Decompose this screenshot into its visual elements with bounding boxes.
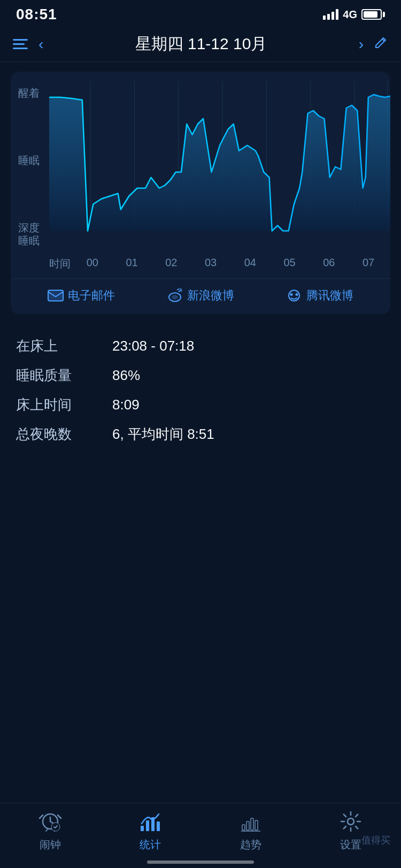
x-axis: 时间 00 01 02 03 04 05 06 07 [11,252,390,278]
settings-icon [338,809,364,834]
stat-label-quality: 睡眠质量 [16,366,112,385]
svg-rect-23 [255,820,258,830]
nav-alarm[interactable]: 闹钟 [24,809,77,852]
stats-label: 统计 [140,838,161,852]
y-label-sleep: 睡眠 [18,154,45,167]
x-label-01: 01 [126,257,138,271]
svg-rect-20 [242,825,245,830]
svg-rect-19 [157,821,160,831]
email-icon [48,289,64,302]
x-label-03: 03 [205,257,217,271]
home-indicator [147,861,254,864]
y-label-awake: 醒着 [18,87,45,99]
settings-label: 设置 [340,838,361,852]
sina-weibo-icon [167,289,183,302]
network-label: 4G [343,9,357,21]
signal-icon [323,9,338,20]
status-icons: 4G [323,9,385,21]
header: ‹ 星期四 11-12 10月 › [0,27,401,62]
email-label: 电子邮件 [68,288,115,304]
sina-share-button[interactable]: 新浪微博 [167,288,234,304]
x-label-00: 00 [87,257,98,271]
stat-row-nights: 总夜晚数 6, 平均时间 8:51 [16,425,385,444]
forward-button[interactable]: › [359,36,364,53]
svg-point-13 [296,293,298,296]
x-label-05: 05 [284,257,296,271]
email-share-button[interactable]: 电子邮件 [48,288,115,304]
svg-point-10 [172,295,178,299]
menu-button[interactable] [13,39,28,49]
svg-point-25 [348,818,354,825]
stat-value-quality: 86% [112,367,140,384]
alarm-label: 闹钟 [40,838,61,852]
nav-trends[interactable]: 趋势 [224,809,277,852]
stat-label-time: 床上时间 [16,396,112,414]
header-right: › [359,35,388,53]
svg-rect-17 [146,820,149,831]
header-left: ‹ [13,36,43,53]
nav-stats[interactable]: 统计 [124,809,177,852]
edit-button[interactable] [374,35,388,53]
stat-label-bed: 在床上 [16,337,112,355]
trends-icon [238,809,264,834]
bottom-navigation: 闹钟 统计 趋势 [0,803,401,868]
svg-rect-16 [141,826,144,831]
watermark: 值得买 [361,834,390,847]
svg-rect-21 [246,821,249,830]
page-title: 星期四 11-12 10月 [43,33,358,55]
share-row: 电子邮件 新浪微博 腾讯微博 [11,278,390,314]
stat-label-nights: 总夜晚数 [16,425,112,444]
stats-icon [137,809,163,834]
status-bar: 08:51 4G [0,0,401,27]
stat-row-bed: 在床上 23:08 - 07:18 [16,337,385,355]
svg-rect-22 [251,818,253,830]
stats-section: 在床上 23:08 - 07:18 睡眠质量 86% 床上时间 8:09 总夜晚… [0,324,401,467]
stat-value-bed: 23:08 - 07:18 [112,338,194,354]
back-button[interactable]: ‹ [38,36,43,53]
svg-point-12 [290,293,293,296]
tencent-share-button[interactable]: 腾讯微博 [286,288,353,304]
battery-icon [361,9,385,20]
y-axis: 醒着 睡眠 深度睡眠 [11,81,49,252]
stat-row-time: 床上时间 8:09 [16,396,385,414]
x-axis-inner: 00 01 02 03 04 05 06 07 [71,257,390,271]
x-label-time: 时间 [49,257,71,271]
x-label-02: 02 [165,257,177,271]
stat-value-time: 8:09 [112,397,140,413]
stat-value-nights: 6, 平均时间 8:51 [112,425,214,444]
tencent-label: 腾讯微博 [306,288,353,304]
x-label-06: 06 [323,257,335,271]
sina-label: 新浪微博 [187,288,234,304]
stat-row-quality: 睡眠质量 86% [16,366,385,385]
trends-label: 趋势 [240,838,261,852]
sleep-svg [49,81,390,252]
x-label-04: 04 [244,257,256,271]
sleep-chart-card: 醒着 睡眠 深度睡眠 [11,72,390,314]
chart-content [49,81,390,252]
svg-rect-8 [48,290,63,301]
chart-area: 醒着 睡眠 深度睡眠 [11,72,390,252]
y-label-deep: 深度睡眠 [18,221,45,247]
status-time: 08:51 [16,6,57,23]
alarm-icon [37,809,63,834]
x-label-07: 07 [363,257,374,271]
tencent-weibo-icon [286,289,302,302]
